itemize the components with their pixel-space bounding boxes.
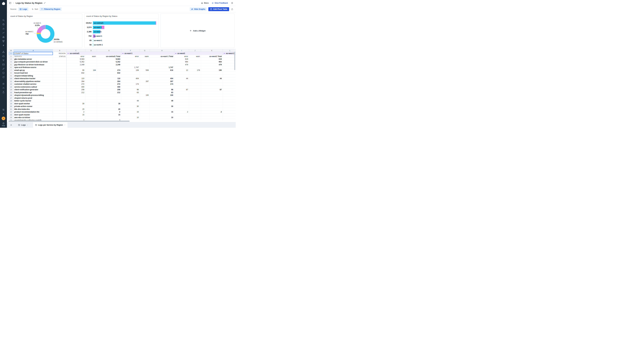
value-cell[interactable] [201,102,223,105]
column-header-L[interactable]: L [223,49,236,52]
cell[interactable] [223,91,236,94]
value-cell[interactable] [140,63,150,66]
value-cell[interactable] [86,58,97,61]
value-cell[interactable] [201,66,223,69]
region-group-us-east-1[interactable]: us-east-1 [121,52,174,55]
value-cell[interactable] [86,108,97,111]
status-col-header[interactable]: warn [86,55,97,58]
status-col-header[interactable]: warn [189,55,201,58]
corner-cell[interactable]: 35 [8,49,14,52]
value-cell[interactable]: 108 [121,69,140,72]
row-header-14[interactable]: 14 [8,89,14,91]
row-header-3[interactable]: 3 [8,58,14,61]
value-cell[interactable]: 178 [189,69,201,72]
value-cell[interactable] [140,89,150,91]
value-cell[interactable] [174,80,189,83]
cell[interactable] [223,113,236,116]
infrastructure-icon[interactable] [1,39,6,43]
value-cell[interactable] [97,100,121,102]
value-cell[interactable]: 100 [150,94,174,97]
status-col-header[interactable]: us-central1 Total [97,55,121,58]
value-cell[interactable] [66,75,86,77]
search-icon[interactable] [1,18,6,22]
region-group-us-central1[interactable]: us-central1 [66,52,121,55]
watchdog-icon[interactable] [1,35,6,39]
value-cell[interactable] [189,94,201,97]
value-cell[interactable] [140,119,150,120]
value-cell[interactable] [150,72,174,75]
value-cell[interactable] [201,80,223,83]
value-cell[interactable]: 400 [97,86,121,89]
value-cell[interactable] [150,102,174,105]
row-header-17[interactable]: 17 [8,97,14,100]
status-col-header[interactable]: error [121,55,140,58]
value-cell[interactable] [66,105,86,108]
value-cell[interactable]: 1,747 [121,66,140,69]
value-cell[interactable] [189,63,201,66]
cell[interactable] [53,83,66,86]
row-header-7[interactable]: 7 [8,69,14,72]
value-cell[interactable]: 30 [121,105,140,108]
row-header-16[interactable]: 16 [8,94,14,97]
value-cell[interactable]: 87 [201,89,223,91]
value-cell[interactable] [189,97,201,100]
value-cell[interactable] [121,102,140,105]
cell[interactable] [223,77,236,80]
value-cell[interactable] [140,116,150,119]
value-cell[interactable]: 832 [66,72,86,75]
tab-logs-per-service-by-region[interactable]: Logs per Service by Region [33,122,68,128]
value-cell[interactable]: 174 [150,83,174,86]
cell[interactable] [53,86,66,89]
value-cell[interactable] [86,89,97,91]
cell[interactable] [53,108,66,111]
column-header-A[interactable]: A [14,49,53,52]
cell[interactable] [223,55,236,58]
value-cell[interactable] [201,94,223,97]
cell[interactable] [53,97,66,100]
value-cell[interactable] [150,63,174,66]
value-cell[interactable]: 63 [150,91,174,94]
value-cell[interactable] [189,61,201,64]
value-cell[interactable]: 272 [66,83,86,86]
service-cell[interactable]: shopist-returns-prod [14,97,53,100]
region-label-cell[interactable]: REGION [53,52,66,55]
value-cell[interactable] [140,72,150,75]
row-header-4[interactable]: 4 [8,61,14,64]
value-cell[interactable] [140,58,150,61]
row-header-1[interactable]: 1 [8,52,14,55]
labs-icon[interactable] [1,90,6,94]
value-cell[interactable] [121,108,140,111]
value-cell[interactable]: 208 [66,89,86,91]
chevron-down-icon[interactable] [27,124,28,126]
value-cell[interactable] [97,94,121,97]
column-header-H[interactable]: H [150,49,174,52]
help-button[interactable]: Help [2,122,5,127]
column-header-J[interactable]: J [189,49,201,52]
security-icon[interactable] [1,71,6,75]
value-cell[interactable]: 63 [121,91,140,94]
value-cell[interactable] [86,86,97,89]
value-cell[interactable]: 174 [121,83,140,86]
metrics-icon[interactable] [1,27,6,31]
cell[interactable] [53,102,66,105]
cell[interactable] [53,75,66,77]
value-cell[interactable]: 30 [66,102,86,105]
value-cell[interactable] [189,113,201,116]
value-cell[interactable] [140,111,150,114]
value-cell[interactable] [86,111,97,114]
value-cell[interactable] [86,105,97,108]
value-cell[interactable] [201,97,223,100]
cell[interactable] [223,58,236,61]
value-cell[interactable]: 208 [97,89,121,91]
row-header-21[interactable]: 21 [8,108,14,111]
value-cell[interactable] [66,66,86,69]
value-cell[interactable] [140,100,150,102]
logs-icon[interactable] [1,58,6,63]
service-cell[interactable]: aws-ebs-csi-driver [14,116,53,119]
value-cell[interactable]: 264 [97,80,121,83]
value-cell[interactable]: 5,352 [97,61,121,64]
row-header-11[interactable]: 11 [8,80,14,83]
value-cell[interactable] [86,83,97,86]
value-cell[interactable] [201,108,223,111]
service-cell[interactable]: k8s-dns-kube-dns [14,108,53,111]
